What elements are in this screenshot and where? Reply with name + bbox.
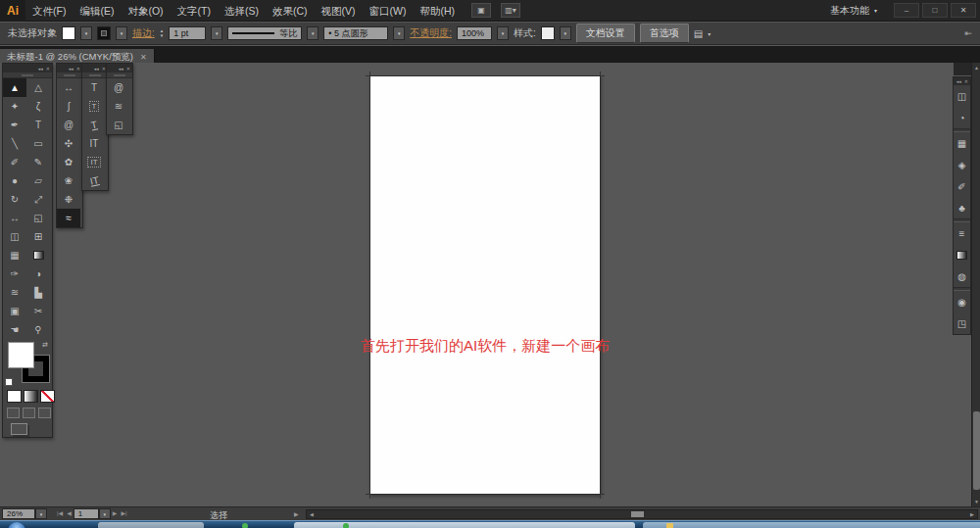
crystallize-tool[interactable]: ❉: [57, 190, 80, 209]
stroke-width-dropdown-icon[interactable]: ▾: [211, 26, 222, 40]
draw-behind-button[interactable]: [23, 408, 35, 418]
shape-builder-tool[interactable]: ◫: [3, 227, 26, 246]
artboard-number-field[interactable]: 1: [74, 508, 99, 519]
width-tool[interactable]: ↔: [3, 209, 26, 227]
menu-item-8[interactable]: 窗口(W): [363, 0, 414, 22]
panel-collapse-icon[interactable]: ◂◂: [69, 66, 74, 72]
panel-collapse-icon[interactable]: ◂◂: [38, 66, 43, 72]
close-button[interactable]: ✕: [951, 3, 976, 18]
pucker-tool[interactable]: ✣: [57, 134, 80, 153]
palette-header[interactable]: ◂◂✕: [82, 64, 108, 72]
first-artboard-icon[interactable]: |◀: [55, 507, 65, 519]
screen-mode-button[interactable]: [11, 423, 27, 435]
menu-item-4[interactable]: 文字(T): [171, 0, 218, 22]
panel-collapse-icon[interactable]: ◂◂: [119, 66, 123, 72]
twirl-tool[interactable]: @: [57, 116, 80, 134]
scroll-right-icon[interactable]: ▶: [967, 510, 977, 518]
lasso-tool[interactable]: ζ: [26, 97, 50, 116]
menu-item-5[interactable]: 选择(S): [218, 0, 266, 22]
previous-artboard-icon[interactable]: ◀: [65, 507, 74, 519]
stroke-color-swatch[interactable]: [97, 26, 111, 40]
default-fill-stroke-icon[interactable]: [5, 378, 13, 386]
rotate-tool[interactable]: ↻: [3, 190, 26, 209]
navigator-panel-icon[interactable]: ◔: [954, 107, 970, 128]
type-tool[interactable]: T: [26, 116, 50, 134]
artboard[interactable]: [369, 75, 601, 495]
stroke-width-stepper[interactable]: ▲▼: [160, 28, 164, 38]
arrange-documents-icon[interactable]: ▥▾: [501, 3, 520, 18]
menu-item-2[interactable]: 编辑(E): [73, 0, 121, 22]
vertical-scrollbar[interactable]: ▲ ▼: [971, 63, 980, 506]
opacity-field[interactable]: 100%: [457, 26, 492, 40]
panel-close-icon[interactable]: ✕: [76, 66, 80, 72]
menu-item-3[interactable]: 对象(O): [121, 0, 170, 22]
eyedropper-tool[interactable]: ✑: [3, 264, 26, 283]
transparency-panel-icon[interactable]: ◍: [954, 265, 970, 287]
bridge-icon[interactable]: ▣: [471, 3, 491, 18]
draw-normal-button[interactable]: [7, 408, 20, 418]
width-tool[interactable]: ↔: [57, 78, 80, 97]
zoom-dropdown-icon[interactable]: ▾: [35, 508, 47, 519]
palette-grip[interactable]: [57, 72, 82, 78]
width-profile-select[interactable]: 等比: [227, 26, 302, 40]
menu-item-9[interactable]: 帮助(H): [414, 0, 463, 22]
panel-close-icon[interactable]: ✕: [126, 66, 130, 72]
zoom-level-field[interactable]: 26%: [2, 508, 35, 519]
scallop-tool[interactable]: ❀: [57, 171, 80, 190]
wrinkle-tool[interactable]: ≈: [57, 209, 80, 227]
rectangle-tool[interactable]: ▭: [26, 134, 50, 153]
workspace-switcher[interactable]: 基本功能 ▾: [830, 4, 877, 18]
area-type-tool[interactable]: T: [82, 97, 106, 116]
palette-grip[interactable]: [82, 72, 108, 78]
panel-menu-icon[interactable]: ▤: [694, 28, 703, 39]
warp-tool[interactable]: ʃ: [57, 97, 80, 116]
stroke-width-field[interactable]: 1 pt: [169, 26, 206, 40]
fill-color-proxy[interactable]: [8, 342, 34, 368]
fill-color-swatch[interactable]: [62, 26, 75, 40]
scroll-up-icon[interactable]: ▲: [972, 63, 980, 72]
scale-tool[interactable]: ⤢: [26, 190, 50, 209]
horizontal-scrollbar[interactable]: ◀ ▶: [306, 509, 978, 519]
free-transform-tool[interactable]: ◱: [26, 209, 50, 227]
spray-tool[interactable]: ≋: [107, 97, 130, 116]
artboard-tool[interactable]: ▣: [3, 302, 26, 320]
draw-inside-button[interactable]: [38, 408, 51, 418]
restore-button[interactable]: □: [922, 3, 948, 18]
gradient-panel-icon[interactable]: [954, 244, 970, 265]
width-profile-dropdown-icon[interactable]: ▾: [307, 26, 318, 40]
scroll-down-icon[interactable]: ▼: [972, 497, 980, 506]
symbols-panel-icon[interactable]: ♣: [954, 197, 970, 218]
palette-grip[interactable]: [3, 72, 52, 78]
next-artboard-icon[interactable]: ▶: [111, 507, 120, 519]
eraser-tool[interactable]: ▱: [26, 171, 50, 190]
vertical-type-on-path-tool[interactable]: IT: [82, 171, 106, 190]
paintbrush-tool[interactable]: ✐: [3, 153, 26, 171]
color-button[interactable]: [7, 390, 22, 403]
selection-tool[interactable]: ▲: [3, 78, 26, 97]
brush-dropdown-icon[interactable]: ▾: [393, 26, 405, 40]
swatches-panel-icon[interactable]: ▦: [954, 132, 970, 154]
mesh-tool[interactable]: ▦: [3, 246, 26, 264]
appearance-panel-icon[interactable]: ◳: [954, 312, 970, 334]
gradient-button[interactable]: [24, 390, 38, 403]
line-segment-tool[interactable]: ╲: [3, 134, 26, 153]
hand-tool[interactable]: ☚: [3, 320, 26, 339]
panel-close-icon[interactable]: ✕: [964, 78, 968, 84]
bloat-tool[interactable]: ✿: [57, 153, 80, 171]
transform-grid-tool[interactable]: ◱: [107, 116, 130, 134]
palette-header[interactable]: ◂◂✕: [3, 64, 52, 72]
opacity-dropdown-icon[interactable]: ▾: [497, 26, 509, 40]
taskbar-app-icon[interactable]: [666, 523, 673, 528]
vertical-type-tool[interactable]: IT: [82, 134, 106, 153]
taskbar-app-icon[interactable]: [242, 523, 248, 528]
stroke-dropdown-icon[interactable]: ▾: [116, 26, 127, 40]
menu-item-6[interactable]: 效果(C): [266, 0, 315, 22]
opacity-panel-link[interactable]: 不透明度:: [410, 26, 452, 40]
canvas-area[interactable]: 首先打开我们的AI软件，新建一个画布 ◂◂✕▲△✦ζ✒T╲▭✐✎●▱↻⤢↔◱◫⊞…: [0, 63, 980, 506]
stroke-panel-icon[interactable]: ≡: [954, 222, 970, 244]
spiral-tool[interactable]: @: [107, 78, 130, 97]
minimize-button[interactable]: –: [894, 3, 919, 18]
gradient-tool[interactable]: [26, 246, 50, 264]
slice-tool[interactable]: ✂: [26, 302, 50, 320]
pen-tool[interactable]: ✒: [3, 116, 26, 134]
